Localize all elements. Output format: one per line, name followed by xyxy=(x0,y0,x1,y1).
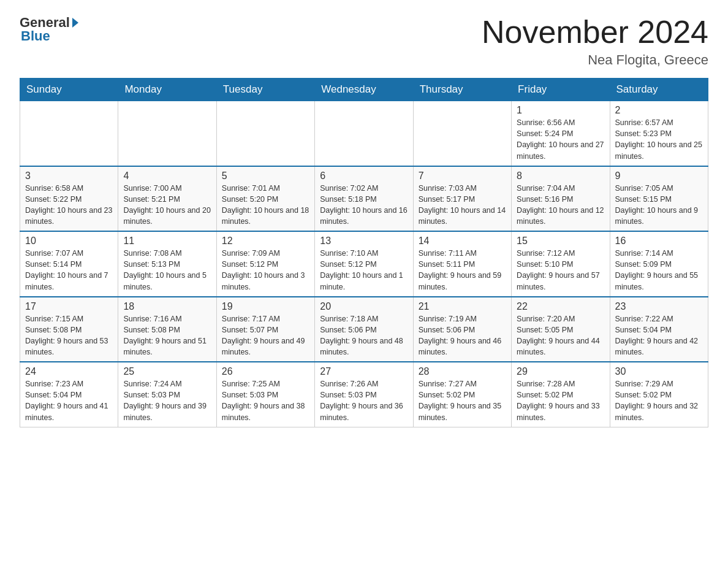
calendar-day-cell: 2Sunrise: 6:57 AMSunset: 5:23 PMDaylight… xyxy=(610,101,708,166)
calendar-day-cell: 10Sunrise: 7:07 AMSunset: 5:14 PMDayligh… xyxy=(20,231,118,297)
day-number: 5 xyxy=(222,170,309,182)
calendar-day-cell: 21Sunrise: 7:19 AMSunset: 5:06 PMDayligh… xyxy=(413,297,511,362)
title-section: November 2024 Nea Flogita, Greece xyxy=(482,15,708,68)
day-number: 30 xyxy=(615,366,703,377)
day-info: Sunrise: 7:01 AMSunset: 5:20 PMDaylight:… xyxy=(222,183,309,228)
calendar-table: SundayMondayTuesdayWednesdayThursdayFrid… xyxy=(20,78,708,427)
calendar-day-cell xyxy=(216,101,314,166)
day-info: Sunrise: 7:00 AMSunset: 5:21 PMDaylight:… xyxy=(123,183,211,228)
day-number: 8 xyxy=(517,170,604,182)
weekday-header-tuesday: Tuesday xyxy=(216,79,314,101)
day-info: Sunrise: 7:02 AMSunset: 5:18 PMDaylight:… xyxy=(320,183,408,228)
day-number: 21 xyxy=(419,301,506,312)
day-number: 18 xyxy=(123,301,211,312)
day-number: 4 xyxy=(123,170,211,182)
day-info: Sunrise: 7:26 AMSunset: 5:03 PMDaylight:… xyxy=(320,378,408,423)
weekday-header-friday: Friday xyxy=(512,79,610,101)
calendar-day-cell: 27Sunrise: 7:26 AMSunset: 5:03 PMDayligh… xyxy=(315,362,413,427)
logo-blue: Blue xyxy=(20,28,50,44)
calendar-day-cell: 28Sunrise: 7:27 AMSunset: 5:02 PMDayligh… xyxy=(413,362,511,427)
day-info: Sunrise: 6:56 AMSunset: 5:24 PMDaylight:… xyxy=(517,117,604,162)
calendar-week-row: 10Sunrise: 7:07 AMSunset: 5:14 PMDayligh… xyxy=(20,231,708,297)
day-info: Sunrise: 7:12 AMSunset: 5:10 PMDaylight:… xyxy=(517,248,604,293)
day-number: 14 xyxy=(419,236,506,247)
day-info: Sunrise: 7:09 AMSunset: 5:12 PMDaylight:… xyxy=(222,248,309,293)
day-number: 13 xyxy=(320,236,408,247)
month-year-title: November 2024 xyxy=(482,15,708,50)
calendar-day-cell: 23Sunrise: 7:22 AMSunset: 5:04 PMDayligh… xyxy=(610,297,708,362)
page-header: General Blue November 2024 Nea Flogita, … xyxy=(20,15,708,68)
calendar-day-cell xyxy=(118,101,216,166)
calendar-week-row: 24Sunrise: 7:23 AMSunset: 5:04 PMDayligh… xyxy=(20,362,708,427)
day-number: 1 xyxy=(517,105,604,116)
day-number: 25 xyxy=(123,366,211,377)
calendar-day-cell: 29Sunrise: 7:28 AMSunset: 5:02 PMDayligh… xyxy=(512,362,610,427)
day-number: 23 xyxy=(615,301,703,312)
day-number: 20 xyxy=(320,301,408,312)
day-info: Sunrise: 7:18 AMSunset: 5:06 PMDaylight:… xyxy=(320,313,408,358)
weekday-header-monday: Monday xyxy=(118,79,216,101)
day-info: Sunrise: 6:58 AMSunset: 5:22 PMDaylight:… xyxy=(25,183,113,228)
location-subtitle: Nea Flogita, Greece xyxy=(482,52,708,68)
calendar-week-row: 3Sunrise: 6:58 AMSunset: 5:22 PMDaylight… xyxy=(20,166,708,232)
calendar-day-cell: 4Sunrise: 7:00 AMSunset: 5:21 PMDaylight… xyxy=(118,166,216,232)
day-info: Sunrise: 7:16 AMSunset: 5:08 PMDaylight:… xyxy=(123,313,211,358)
day-info: Sunrise: 7:05 AMSunset: 5:15 PMDaylight:… xyxy=(615,183,703,228)
day-info: Sunrise: 7:22 AMSunset: 5:04 PMDaylight:… xyxy=(615,313,703,358)
calendar-day-cell: 16Sunrise: 7:14 AMSunset: 5:09 PMDayligh… xyxy=(610,231,708,297)
day-info: Sunrise: 6:57 AMSunset: 5:23 PMDaylight:… xyxy=(615,117,703,162)
weekday-header-thursday: Thursday xyxy=(413,79,511,101)
day-number: 7 xyxy=(419,170,506,182)
calendar-day-cell: 22Sunrise: 7:20 AMSunset: 5:05 PMDayligh… xyxy=(512,297,610,362)
calendar-day-cell xyxy=(20,101,118,166)
day-info: Sunrise: 7:20 AMSunset: 5:05 PMDaylight:… xyxy=(517,313,604,358)
day-number: 26 xyxy=(222,366,309,377)
calendar-day-cell: 30Sunrise: 7:29 AMSunset: 5:02 PMDayligh… xyxy=(610,362,708,427)
day-info: Sunrise: 7:10 AMSunset: 5:12 PMDaylight:… xyxy=(320,248,408,293)
day-info: Sunrise: 7:19 AMSunset: 5:06 PMDaylight:… xyxy=(419,313,506,358)
calendar-header-row: SundayMondayTuesdayWednesdayThursdayFrid… xyxy=(20,79,708,101)
day-info: Sunrise: 7:23 AMSunset: 5:04 PMDaylight:… xyxy=(25,378,113,423)
day-info: Sunrise: 7:07 AMSunset: 5:14 PMDaylight:… xyxy=(25,248,113,293)
calendar-day-cell: 6Sunrise: 7:02 AMSunset: 5:18 PMDaylight… xyxy=(315,166,413,232)
calendar-day-cell xyxy=(315,101,413,166)
day-number: 11 xyxy=(123,236,211,247)
day-info: Sunrise: 7:14 AMSunset: 5:09 PMDaylight:… xyxy=(615,248,703,293)
day-number: 3 xyxy=(25,170,113,182)
day-info: Sunrise: 7:17 AMSunset: 5:07 PMDaylight:… xyxy=(222,313,309,358)
day-info: Sunrise: 7:15 AMSunset: 5:08 PMDaylight:… xyxy=(25,313,113,358)
day-number: 2 xyxy=(615,105,703,116)
calendar-day-cell: 25Sunrise: 7:24 AMSunset: 5:03 PMDayligh… xyxy=(118,362,216,427)
calendar-day-cell: 13Sunrise: 7:10 AMSunset: 5:12 PMDayligh… xyxy=(315,231,413,297)
calendar-day-cell: 15Sunrise: 7:12 AMSunset: 5:10 PMDayligh… xyxy=(512,231,610,297)
day-number: 9 xyxy=(615,170,703,182)
weekday-header-saturday: Saturday xyxy=(610,79,708,101)
day-info: Sunrise: 7:11 AMSunset: 5:11 PMDaylight:… xyxy=(419,248,506,293)
calendar-day-cell: 9Sunrise: 7:05 AMSunset: 5:15 PMDaylight… xyxy=(610,166,708,232)
calendar-day-cell: 12Sunrise: 7:09 AMSunset: 5:12 PMDayligh… xyxy=(216,231,314,297)
day-number: 19 xyxy=(222,301,309,312)
day-number: 24 xyxy=(25,366,113,377)
day-info: Sunrise: 7:27 AMSunset: 5:02 PMDaylight:… xyxy=(419,378,506,423)
calendar-week-row: 1Sunrise: 6:56 AMSunset: 5:24 PMDaylight… xyxy=(20,101,708,166)
day-info: Sunrise: 7:08 AMSunset: 5:13 PMDaylight:… xyxy=(123,248,211,293)
day-number: 29 xyxy=(517,366,604,377)
day-info: Sunrise: 7:29 AMSunset: 5:02 PMDaylight:… xyxy=(615,378,703,423)
day-info: Sunrise: 7:25 AMSunset: 5:03 PMDaylight:… xyxy=(222,378,309,423)
calendar-day-cell: 24Sunrise: 7:23 AMSunset: 5:04 PMDayligh… xyxy=(20,362,118,427)
day-number: 27 xyxy=(320,366,408,377)
day-number: 28 xyxy=(419,366,506,377)
calendar-day-cell: 5Sunrise: 7:01 AMSunset: 5:20 PMDaylight… xyxy=(216,166,314,232)
calendar-day-cell: 8Sunrise: 7:04 AMSunset: 5:16 PMDaylight… xyxy=(512,166,610,232)
day-number: 12 xyxy=(222,236,309,247)
weekday-header-wednesday: Wednesday xyxy=(315,79,413,101)
day-number: 6 xyxy=(320,170,408,182)
calendar-day-cell: 19Sunrise: 7:17 AMSunset: 5:07 PMDayligh… xyxy=(216,297,314,362)
calendar-day-cell: 14Sunrise: 7:11 AMSunset: 5:11 PMDayligh… xyxy=(413,231,511,297)
day-info: Sunrise: 7:28 AMSunset: 5:02 PMDaylight:… xyxy=(517,378,604,423)
calendar-day-cell: 26Sunrise: 7:25 AMSunset: 5:03 PMDayligh… xyxy=(216,362,314,427)
calendar-day-cell xyxy=(413,101,511,166)
day-number: 22 xyxy=(517,301,604,312)
logo-arrow-icon xyxy=(72,18,78,28)
day-number: 10 xyxy=(25,236,113,247)
